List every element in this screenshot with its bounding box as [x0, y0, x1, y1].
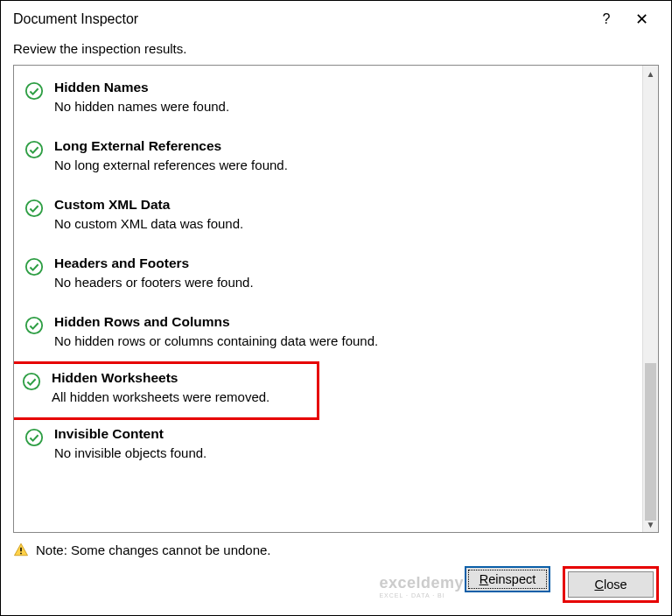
svg-point-2 [26, 200, 42, 216]
result-item: Invisible Content No invisible objects f… [14, 417, 642, 476]
result-item: Hidden Names No hidden names were found. [14, 71, 642, 130]
footer-note: Note: Some changes cannot be undone. [36, 542, 271, 557]
svg-point-6 [26, 430, 42, 445]
check-icon [24, 199, 44, 218]
scroll-thumb[interactable] [645, 363, 656, 521]
check-icon [22, 372, 41, 391]
document-inspector-dialog: Document Inspector ? ✕ Review the inspec… [0, 0, 672, 616]
result-desc: No long external references were found. [54, 158, 632, 172]
footer: Note: Some changes cannot be undone. [1, 533, 671, 566]
check-icon [24, 257, 44, 276]
svg-point-5 [24, 374, 39, 389]
result-desc: No hidden names were found. [54, 99, 632, 114]
result-heading: Hidden Worksheets [52, 370, 309, 386]
close-button-highlight: Close [563, 566, 659, 603]
btn-label-rest: einspect [488, 572, 536, 586]
help-button[interactable]: ? [589, 11, 624, 27]
titlebar: Document Inspector ? ✕ [1, 1, 671, 38]
result-heading: Headers and Footers [54, 256, 632, 271]
result-desc: No invisible objects found. [54, 445, 632, 460]
svg-point-4 [26, 318, 42, 333]
check-icon [24, 428, 44, 447]
results-panel: Hidden Names No hidden names were found.… [13, 65, 659, 533]
result-item: Hidden Rows and Columns No hidden rows o… [14, 305, 642, 364]
subtitle: Review the inspection results. [1, 38, 671, 65]
dialog-title: Document Inspector [13, 11, 589, 27]
svg-rect-7 [20, 548, 22, 552]
check-icon [24, 316, 44, 335]
svg-rect-8 [20, 553, 22, 555]
svg-point-1 [26, 142, 42, 158]
results-list: Hidden Names No hidden names were found.… [14, 66, 642, 532]
result-heading: Long External References [54, 138, 632, 154]
result-heading: Custom XML Data [54, 197, 632, 213]
reinspect-wrapper: Reinspect [465, 566, 550, 603]
result-desc: All hidden worksheets were removed. [52, 389, 309, 404]
warning-icon [13, 542, 29, 557]
check-icon [24, 81, 44, 101]
result-item: Custom XML Data No custom XML data was f… [14, 188, 642, 247]
result-item-highlighted: Hidden Worksheets All hidden worksheets … [14, 361, 319, 420]
close-icon[interactable]: ✕ [624, 10, 659, 29]
btn-label-rest: lose [604, 578, 627, 592]
scroll-down-icon[interactable]: ▼ [643, 516, 658, 532]
button-row: Reinspect Close [1, 566, 671, 615]
svg-point-0 [26, 83, 42, 99]
check-icon [24, 140, 44, 159]
result-desc: No headers or footers were found. [54, 275, 632, 290]
result-desc: No hidden rows or columns containing dat… [54, 333, 632, 348]
result-heading: Hidden Rows and Columns [54, 314, 632, 330]
result-item: Long External References No long externa… [14, 130, 642, 188]
scroll-up-icon[interactable]: ▲ [643, 66, 658, 81]
scrollbar[interactable]: ▲ ▼ [642, 66, 658, 532]
close-button[interactable]: Close [568, 571, 654, 598]
result-item: Headers and Footers No headers or footer… [14, 247, 642, 305]
result-desc: No custom XML data was found. [54, 216, 632, 231]
result-heading: Invisible Content [54, 426, 632, 442]
mnemonic: R [480, 572, 488, 586]
mnemonic: C [594, 578, 603, 592]
reinspect-button[interactable]: Reinspect [465, 566, 550, 592]
result-heading: Hidden Names [54, 80, 632, 95]
svg-point-3 [26, 259, 42, 275]
